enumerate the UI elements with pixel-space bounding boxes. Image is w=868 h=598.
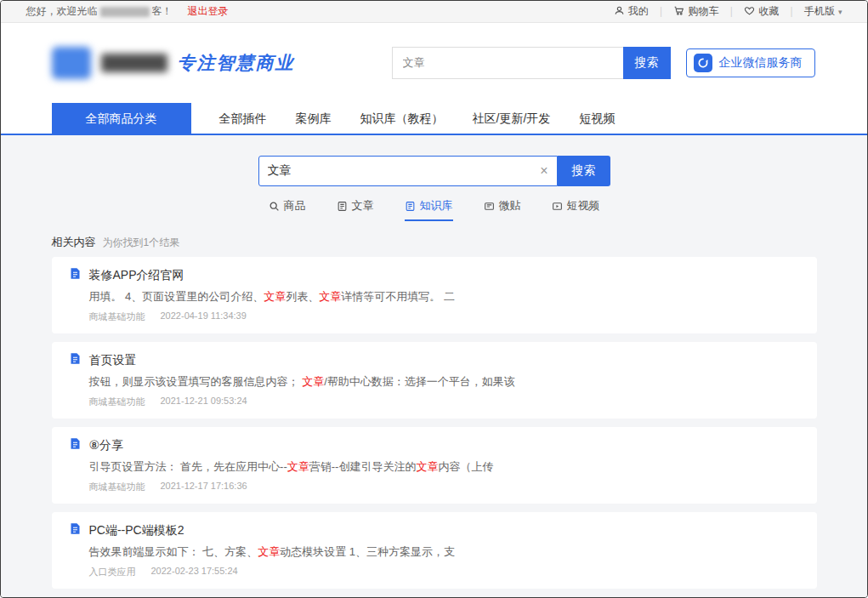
nav-item-all-categories[interactable]: 全部商品分类 — [52, 103, 191, 134]
result-category: 商城基础功能 — [89, 481, 145, 493]
result-category: 商城基础功能 — [89, 310, 145, 323]
result-category: 商城基础功能 — [89, 396, 145, 408]
nav-item-all-plugins[interactable]: 全部插件 — [205, 103, 281, 134]
result-title[interactable]: 首页设置 — [89, 353, 137, 368]
header: 专注智慧商业 搜索 企业微信服务商 — [1, 23, 867, 103]
logout-link[interactable]: 退出登录 — [188, 4, 229, 19]
video-icon — [552, 201, 563, 212]
enterprise-wechat-button[interactable]: 企业微信服务商 — [686, 48, 815, 77]
mobile-version-link[interactable]: 手机版 ▾ — [804, 4, 842, 19]
tab-micro-posts[interactable]: 微贴 — [484, 198, 521, 221]
result-description: 用填。 4、页面设置里的公司介绍、文章列表、文章详情等可不用填写。 二 — [89, 289, 800, 305]
result-count: 为你找到1个结果 — [103, 236, 180, 250]
result-title[interactable]: PC端--PC端模板2 — [89, 523, 184, 538]
result-title[interactable]: 装修APP介绍官网 — [89, 268, 184, 283]
nav-item-community[interactable]: 社区/更新/开发 — [458, 103, 565, 134]
result-time: 2021-12-17 17:16:36 — [161, 481, 247, 493]
tab-articles[interactable]: 文章 — [337, 198, 374, 221]
separator: ｜ — [786, 4, 797, 19]
result-time: 2022-04-19 11:34:39 — [161, 310, 247, 323]
cart-link[interactable]: 购物车 — [673, 4, 718, 19]
result-time: 2022-02-23 17:55:24 — [151, 566, 238, 578]
blurred-logo-icon — [52, 47, 91, 79]
cart-icon — [673, 5, 684, 19]
nav-item-short-video[interactable]: 短视频 — [564, 103, 629, 134]
result-label: 相关内容 — [52, 235, 96, 250]
header-search: 搜索 — [392, 47, 671, 79]
nav-item-knowledge-base[interactable]: 知识库（教程） — [346, 103, 458, 134]
result-time: 2021-12-21 09:53:24 — [161, 396, 247, 408]
greeting-prefix: 您好，欢迎光临 — [26, 4, 98, 19]
tab-knowledge-base[interactable]: 知识库 — [405, 198, 453, 221]
page: 您好，欢迎光临 客！ 退出登录 我的 ｜ 购物车 ｜ 收藏 — [0, 0, 868, 598]
result-card: PC端--PC端模板2 告效果前端显示如下： 七、方案、文章动态模块设置 1、三… — [52, 512, 817, 589]
result-card: 首页设置 按钮，则显示该设置填写的客服信息内容； 文章/帮助中心数据：选择一个平… — [52, 342, 817, 419]
result-description: 按钮，则显示该设置填写的客服信息内容； 文章/帮助中心数据：选择一个平台，如果该 — [89, 374, 800, 390]
clear-icon[interactable]: × — [531, 163, 556, 179]
result-description: 引导页设置方法： 首先，先在应用中心--文章营销--创建引导关注的文章内容（上传 — [89, 459, 800, 475]
separator: ｜ — [656, 4, 667, 19]
header-search-button[interactable]: 搜索 — [623, 47, 671, 79]
greeting-suffix: 客！ — [152, 4, 173, 19]
content-area: × 搜索 商品 文章 知识库 微贴 短视频 — [1, 135, 867, 598]
search-icon — [269, 201, 280, 212]
document-icon — [69, 437, 82, 453]
post-icon — [484, 201, 495, 212]
result-title[interactable]: ⑧分享 — [89, 438, 124, 453]
tab-short-videos[interactable]: 短视频 — [552, 198, 600, 221]
search-tabs: 商品 文章 知识库 微贴 短视频 — [1, 198, 867, 221]
slogan-text: 专注智慧商业 — [178, 51, 295, 75]
chevron-down-icon: ▾ — [838, 8, 842, 16]
result-description: 告效果前端显示如下： 七、方案、文章动态模块设置 1、三种方案显示，支 — [89, 544, 800, 560]
user-icon — [614, 5, 625, 19]
greeting: 您好，欢迎光临 客！ 退出登录 — [26, 4, 229, 19]
document-icon — [69, 522, 82, 538]
search-button[interactable]: 搜索 — [558, 156, 610, 186]
result-card: 装修APP介绍官网 用填。 4、页面设置里的公司介绍、文章列表、文章详情等可不用… — [52, 257, 817, 333]
header-search-input[interactable] — [392, 47, 623, 79]
document-icon — [337, 201, 348, 212]
blurred-logo-text — [101, 54, 167, 72]
nav-item-case-library[interactable]: 案例库 — [281, 103, 346, 134]
result-category: 入口类应用 — [89, 566, 136, 578]
separator: ｜ — [726, 4, 736, 19]
search-input[interactable] — [259, 164, 532, 178]
topbar: 您好，欢迎光临 客！ 退出登录 我的 ｜ 购物车 ｜ 收藏 — [1, 1, 867, 23]
document-icon — [405, 201, 416, 212]
search-panel: × 搜索 — [1, 135, 867, 186]
result-card: ⑧分享 引导页设置方法： 首先，先在应用中心--文章营销--创建引导关注的文章内… — [52, 427, 817, 504]
heart-icon — [744, 5, 755, 19]
wechat-icon — [694, 54, 712, 72]
my-account-link[interactable]: 我的 — [614, 4, 649, 19]
favorites-link[interactable]: 收藏 — [744, 4, 779, 19]
document-icon — [69, 267, 82, 283]
document-icon — [69, 352, 82, 368]
blurred-shop-name — [100, 7, 150, 17]
main-nav: 全部商品分类 全部插件 案例库 知识库（教程） 社区/更新/开发 短视频 — [1, 103, 867, 135]
logo[interactable]: 专注智慧商业 — [52, 47, 351, 79]
tab-goods[interactable]: 商品 — [269, 198, 306, 221]
